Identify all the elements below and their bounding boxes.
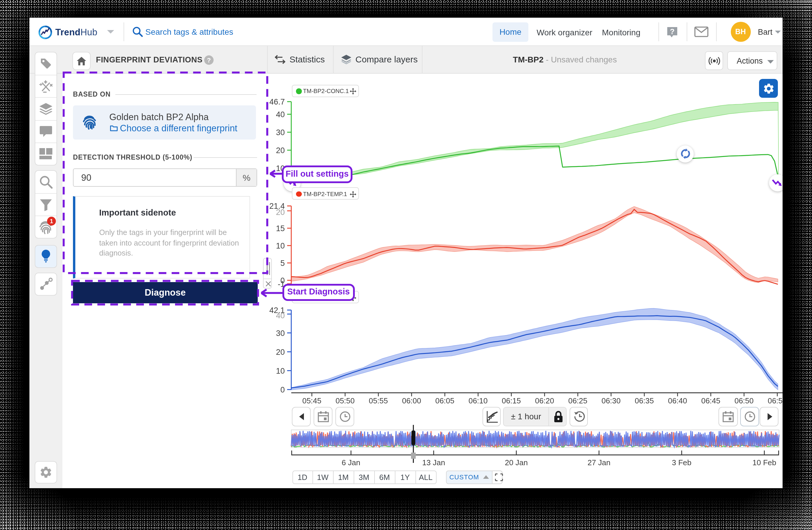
- svg-text:?: ?: [670, 27, 675, 36]
